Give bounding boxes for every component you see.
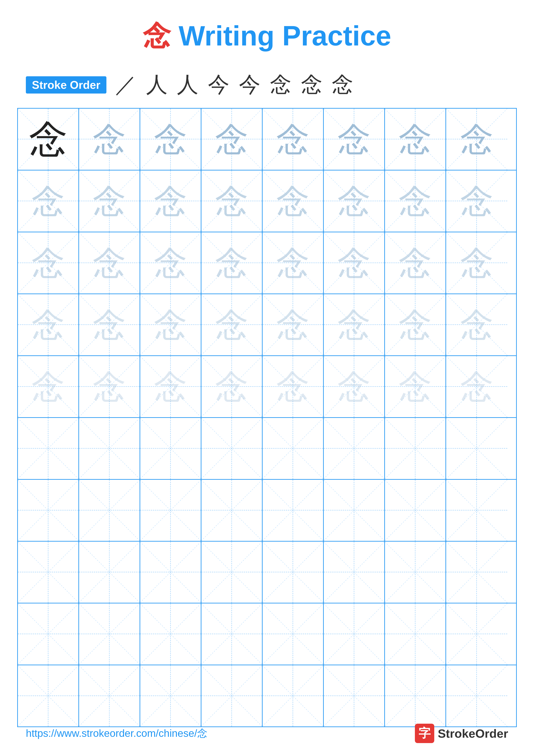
grid-cell[interactable]: 念 bbox=[385, 109, 446, 170]
grid-cell[interactable] bbox=[446, 604, 507, 664]
grid-cell[interactable]: 念 bbox=[324, 294, 385, 355]
grid-cell[interactable] bbox=[79, 604, 140, 664]
grid-cell[interactable] bbox=[79, 480, 140, 541]
grid-cell[interactable] bbox=[385, 604, 446, 664]
grid-row: 念 念 念 念 念 念 念 念 bbox=[18, 294, 516, 356]
grid-cell[interactable] bbox=[446, 418, 507, 479]
grid-cell[interactable] bbox=[446, 665, 507, 726]
grid-cell[interactable]: 念 bbox=[140, 294, 201, 355]
grid-cell[interactable] bbox=[201, 665, 263, 726]
grid-cell[interactable]: 念 bbox=[263, 294, 324, 355]
grid-cell[interactable] bbox=[263, 480, 324, 541]
grid-cell[interactable] bbox=[263, 604, 324, 664]
grid-cell[interactable]: 念 bbox=[446, 232, 507, 293]
grid-cell[interactable] bbox=[140, 542, 201, 603]
grid-cell[interactable]: 念 bbox=[324, 109, 385, 170]
cell-guides bbox=[446, 480, 507, 541]
grid-cell[interactable] bbox=[385, 480, 446, 541]
cell-guides bbox=[18, 604, 78, 664]
grid-cell[interactable] bbox=[385, 418, 446, 479]
cell-guides bbox=[201, 542, 262, 603]
grid-cell[interactable] bbox=[140, 480, 201, 541]
grid-cell[interactable] bbox=[18, 604, 79, 664]
grid-cell[interactable]: 念 bbox=[140, 356, 201, 417]
grid-cell[interactable]: 念 bbox=[385, 294, 446, 355]
grid-cell[interactable] bbox=[324, 542, 385, 603]
grid-cell[interactable] bbox=[140, 665, 201, 726]
grid-cell[interactable] bbox=[324, 480, 385, 541]
grid-cell[interactable] bbox=[201, 480, 263, 541]
grid-cell[interactable] bbox=[201, 604, 263, 664]
grid-cell[interactable] bbox=[263, 542, 324, 603]
grid-cell[interactable] bbox=[385, 542, 446, 603]
cell-guides bbox=[446, 542, 507, 603]
practice-char: 念 bbox=[337, 246, 371, 280]
cell-guides bbox=[385, 542, 445, 603]
grid-cell[interactable] bbox=[18, 418, 79, 479]
cell-guides bbox=[201, 665, 262, 726]
grid-cell[interactable] bbox=[324, 665, 385, 726]
practice-char: 念 bbox=[93, 246, 126, 280]
grid-cell[interactable]: 念 bbox=[263, 171, 324, 232]
grid-cell[interactable]: 念 bbox=[79, 109, 140, 170]
grid-cell[interactable]: 念 bbox=[385, 356, 446, 417]
grid-cell[interactable]: 念 bbox=[446, 356, 507, 417]
grid-cell[interactable]: 念 bbox=[201, 171, 263, 232]
grid-cell[interactable] bbox=[324, 604, 385, 664]
grid-cell[interactable] bbox=[324, 418, 385, 479]
grid-cell[interactable] bbox=[263, 665, 324, 726]
logo-icon: 字 bbox=[415, 724, 434, 743]
grid-cell[interactable] bbox=[263, 418, 324, 479]
grid-cell[interactable]: 念 bbox=[385, 171, 446, 232]
grid-cell[interactable]: 念 bbox=[201, 232, 263, 293]
grid-cell[interactable]: 念 bbox=[324, 171, 385, 232]
grid-cell[interactable]: 念 bbox=[18, 109, 79, 170]
grid-cell[interactable]: 念 bbox=[79, 294, 140, 355]
grid-cell[interactable]: 念 bbox=[201, 109, 263, 170]
grid-cell[interactable]: 念 bbox=[79, 232, 140, 293]
practice-char: 念 bbox=[460, 184, 494, 218]
grid-cell[interactable]: 念 bbox=[446, 294, 507, 355]
stroke-order-badge: Stroke Order bbox=[26, 76, 106, 94]
grid-cell[interactable] bbox=[201, 418, 263, 479]
practice-char: 念 bbox=[154, 308, 187, 341]
grid-cell[interactable]: 念 bbox=[324, 232, 385, 293]
grid-cell[interactable]: 念 bbox=[79, 171, 140, 232]
grid-cell[interactable]: 念 bbox=[263, 356, 324, 417]
grid-cell[interactable]: 念 bbox=[201, 356, 263, 417]
grid-cell[interactable] bbox=[79, 542, 140, 603]
grid-cell[interactable] bbox=[140, 604, 201, 664]
practice-char: 念 bbox=[460, 308, 494, 341]
grid-cell[interactable]: 念 bbox=[140, 109, 201, 170]
grid-cell[interactable]: 念 bbox=[79, 356, 140, 417]
grid-cell[interactable]: 念 bbox=[140, 171, 201, 232]
grid-cell[interactable] bbox=[79, 665, 140, 726]
grid-cell[interactable]: 念 bbox=[201, 294, 263, 355]
grid-cell[interactable] bbox=[201, 542, 263, 603]
cell-guides bbox=[79, 542, 140, 603]
grid-cell[interactable]: 念 bbox=[385, 232, 446, 293]
grid-cell[interactable] bbox=[446, 480, 507, 541]
grid-cell[interactable]: 念 bbox=[263, 232, 324, 293]
grid-cell[interactable]: 念 bbox=[446, 109, 507, 170]
grid-cell[interactable] bbox=[79, 418, 140, 479]
grid-cell[interactable]: 念 bbox=[18, 294, 79, 355]
grid-cell[interactable] bbox=[18, 665, 79, 726]
grid-cell[interactable]: 念 bbox=[446, 171, 507, 232]
grid-cell[interactable] bbox=[18, 542, 79, 603]
grid-cell[interactable]: 念 bbox=[324, 356, 385, 417]
grid-row: 念 念 念 念 念 念 念 念 bbox=[18, 232, 516, 294]
grid-cell[interactable] bbox=[385, 665, 446, 726]
cell-guides bbox=[79, 665, 140, 726]
grid-cell[interactable]: 念 bbox=[18, 232, 79, 293]
cell-guides bbox=[263, 542, 323, 603]
title-section: 念 Writing Practice bbox=[0, 0, 534, 64]
practice-char: 念 bbox=[460, 122, 494, 156]
grid-cell[interactable] bbox=[446, 542, 507, 603]
grid-cell[interactable]: 念 bbox=[263, 109, 324, 170]
grid-cell[interactable] bbox=[18, 480, 79, 541]
grid-cell[interactable]: 念 bbox=[18, 171, 79, 232]
grid-cell[interactable]: 念 bbox=[18, 356, 79, 417]
grid-cell[interactable]: 念 bbox=[140, 232, 201, 293]
grid-cell[interactable] bbox=[140, 418, 201, 479]
